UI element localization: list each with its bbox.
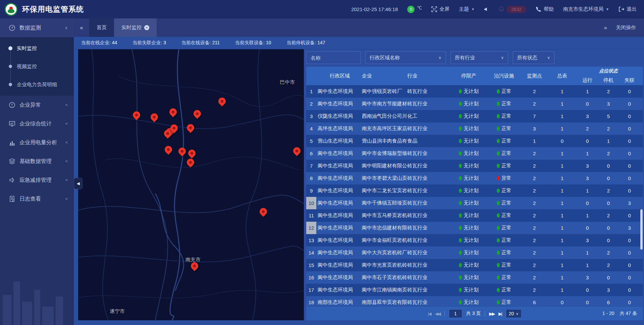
sidebar-section-6[interactable]: 日志查看< xyxy=(0,189,74,208)
table-row[interactable]: 13阆中生态环境局阆中市金福旺页岩机砖砖瓦行业无计划正常21300 xyxy=(306,234,643,247)
speaker-muted-icon[interactable] xyxy=(484,6,489,12)
cell-stop-status: 无计划 xyxy=(449,172,488,184)
cell-monitor-count: 2 xyxy=(520,147,549,160)
stat-item: 当前在线设备: 211 xyxy=(181,40,220,46)
chevron-down-icon: ▼ xyxy=(606,7,609,11)
industry-select-value: 所有行业 xyxy=(455,55,475,61)
cell-company: 阆中市枣碧大梁山页岩 xyxy=(362,172,408,184)
cell-monitor-count: 2 xyxy=(520,247,549,259)
chevron-down-icon: ∨ xyxy=(501,55,504,60)
sidebar-item-0-2[interactable]: 企业电力负荷明细 xyxy=(0,75,74,94)
logout-button[interactable]: 退出 xyxy=(619,6,637,12)
cell-industry: 砖瓦行业 xyxy=(407,247,449,259)
map-panel[interactable]: ◀ 巴中市南充市遂宁市 xyxy=(78,49,304,320)
sidebar-section-0[interactable]: 数据监测∨ xyxy=(0,18,74,37)
cell-facility-status: 正常 xyxy=(488,234,520,247)
org-dropdown[interactable]: 南充市生态环境局 ▼ xyxy=(563,6,609,12)
table-row[interactable]: 14阆中生态环境局阆中大兴页岩机砖厂砖瓦行业无计划正常21120 xyxy=(306,247,643,259)
sidebar-item-0-0[interactable]: 实时监控 xyxy=(0,39,74,57)
cell-stop-status: 无计划 xyxy=(449,122,488,135)
tab-close-icon[interactable]: ✕ xyxy=(144,25,149,30)
cell-meter-count: 1 xyxy=(549,259,576,271)
cell-index: 13 xyxy=(306,234,316,247)
status-dot-green-icon xyxy=(459,275,462,280)
table-row[interactable]: 1阆中生态环境局阆中强锐页岩砖厂砖瓦行业无计划正常21120 xyxy=(306,85,643,98)
fullscreen-button[interactable]: 全屏 xyxy=(431,6,449,12)
notification-button[interactable]: 2632 xyxy=(498,6,526,13)
page-number-input[interactable] xyxy=(449,309,462,318)
region-select[interactable]: 行政区域名称 ∨ xyxy=(365,51,446,64)
first-page-button[interactable]: |◀ xyxy=(428,311,431,316)
table-row[interactable]: 16阆中生态环境局阆中市石子页岩机砖厂砖瓦行业无计划正常21300 xyxy=(306,271,643,284)
cell-halt-count: 2 xyxy=(599,85,618,98)
sidebar-item-0-1[interactable]: 视频监控 xyxy=(0,57,74,75)
cell-industry: 砖瓦行业 xyxy=(407,234,449,247)
cell-facility-status: 异常 xyxy=(488,172,520,184)
table-row[interactable]: 5营山生态环境局营山县润丰肉食品有限食品无计划正常10010 xyxy=(306,135,643,147)
sidebar-section-1[interactable]: 企业异常< xyxy=(0,96,74,114)
cell-industry: 砖瓦行业 xyxy=(407,209,449,222)
cell-company: 阆中市光富页岩机砖厂 xyxy=(362,259,408,271)
region-select-value: 行政区域名称 xyxy=(370,55,400,61)
cell-stop-status: 无计划 xyxy=(449,271,488,284)
col-stop: 停限产 xyxy=(449,67,488,85)
table-row[interactable]: 8阆中生态环境局阆中市枣碧大梁山页岩砖瓦行业无计划异常21300 xyxy=(306,172,643,184)
header-right: 2021-02-25 17:46:18 0 ℃ 全屏 主题 ▼ 2632 xyxy=(351,6,637,13)
table-row[interactable]: 6阆中生态环境局阆中市金博瑞新型墙材砖瓦行业无计划正常21120 xyxy=(306,147,643,160)
sidebar-section-label: 企业用电量分析 xyxy=(19,139,65,146)
sidebar-section-3[interactable]: 企业用电量分析< xyxy=(0,133,74,152)
page-size-select[interactable]: 20 ∨ xyxy=(506,309,522,318)
cell-facility-status: 正常 xyxy=(488,98,520,110)
table-row[interactable]: 17阆中生态环境局阆中市江南镇阆南页岩砖瓦行业无计划正常21030 xyxy=(306,284,643,296)
prev-page-button[interactable]: ◀◀ xyxy=(435,311,440,316)
pagination-bar: |◀ ◀◀ 共 3 页 ▶▶ ▶| 20 ∨ xyxy=(306,307,643,320)
sidebar-section-2[interactable]: 企业综合统计< xyxy=(0,114,74,133)
table-row[interactable]: 3仪陇生态环境局西南油气田分公司川中化工无计划正常71350 xyxy=(306,110,643,122)
table-row[interactable]: 10阆中生态环境局阆中千佛镇五郎垭页岩砖瓦行业无计划正常21003 xyxy=(306,197,643,209)
table-row[interactable]: 15阆中生态环境局阆中市光富页岩机砖厂砖瓦行业无计划正常21120 xyxy=(306,259,643,271)
status-dot-green-icon xyxy=(459,176,462,180)
chevron-left-icon: < xyxy=(65,197,68,201)
industry-select[interactable]: 所有行业 ∨ xyxy=(450,51,508,64)
cell-lost-count: 0 xyxy=(618,85,641,98)
table-row[interactable]: 12阆中生态环境局阆中市忠信建材有限公砖瓦行业无计划正常21003 xyxy=(306,222,643,234)
name-search-input[interactable] xyxy=(306,51,361,64)
col-industry: 行业 xyxy=(407,67,449,85)
cell-company: 阆中市石子页岩机砖厂 xyxy=(362,271,408,284)
sidebar-section-4[interactable]: 基础数据管理< xyxy=(0,152,74,171)
tabs-scroll-right-button[interactable]: » xyxy=(604,24,607,31)
map-canvas[interactable]: 巴中市南充市遂宁市 xyxy=(78,49,304,320)
help-button[interactable]: 帮助 xyxy=(536,6,554,12)
bell-icon xyxy=(498,6,504,12)
chevron-down-icon: ∨ xyxy=(516,312,518,316)
status-select[interactable]: 所有状态 ∨ xyxy=(513,51,554,64)
tabs-scroll-left-button[interactable]: « xyxy=(74,24,89,31)
cell-lost-count: 0 xyxy=(618,284,641,296)
cell-meter-count: 1 xyxy=(549,110,576,122)
cell-company: 阆中市金福旺页岩机砖 xyxy=(362,234,408,247)
table-scrollbar[interactable] xyxy=(640,209,643,250)
table-row[interactable]: 4高坪生态环境局南充市高坪区王家店建砖瓦行业无计划正常31220 xyxy=(306,122,643,135)
sidebar-section-5[interactable]: 应急减排管理< xyxy=(0,171,74,189)
tab-realtime-monitor[interactable]: 实时监控 ✕ xyxy=(114,18,157,37)
map-collapse-button[interactable]: ◀ xyxy=(74,178,83,189)
status-dot-green-icon xyxy=(497,188,500,193)
map-city-label: 遂宁市 xyxy=(110,308,125,315)
cell-industry: 砖瓦行业 xyxy=(407,98,449,110)
table-row[interactable]: 11阆中生态环境局阆中市五马桥页岩机砖砖瓦行业无计划正常21120 xyxy=(306,209,643,222)
cell-halt-count: 2 xyxy=(599,122,618,135)
cell-halt-count: 0 xyxy=(599,234,618,247)
last-page-button[interactable]: ▶| xyxy=(498,311,501,316)
table-row[interactable]: 18南部生态环境局南部县双华页岩有限公砖瓦行业无计划正常60060 xyxy=(306,296,643,307)
cell-facility-status: 正常 xyxy=(488,147,520,160)
table-row[interactable]: 2阆中生态环境局阆中市南方节能建材有砖瓦行业无计划正常21030 xyxy=(306,98,643,110)
next-page-button[interactable]: ▶▶ xyxy=(489,311,494,316)
bullet-icon xyxy=(9,83,12,86)
table-row[interactable]: 7阆中生态环境局阆中明阳建材有限公司砖瓦行业无计划正常21300 xyxy=(306,160,643,172)
table-row[interactable]: 9阆中生态环境局阆中市二龙长宝页岩砖砖瓦行业无计划正常21120 xyxy=(306,184,643,197)
stat-label: 当前停机设备: xyxy=(286,40,316,45)
close-operations-button[interactable]: 关闭操作 xyxy=(616,24,636,31)
total-pages-label: 共 3 页 xyxy=(466,311,481,317)
tab-home[interactable]: 首页 xyxy=(89,18,114,37)
theme-dropdown[interactable]: 主题 ▼ xyxy=(459,6,475,12)
